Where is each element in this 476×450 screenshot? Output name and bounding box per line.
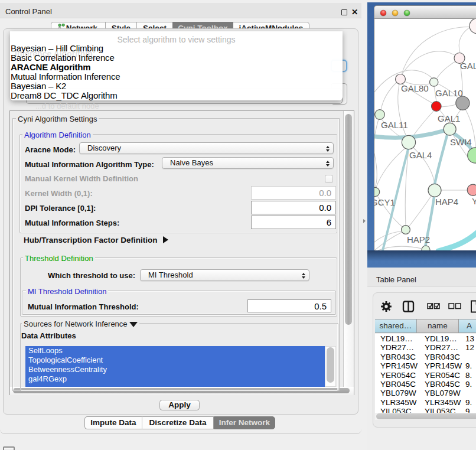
svg-text:GCY1: GCY1 (374, 197, 395, 207)
svg-text:HAP2: HAP2 (407, 234, 430, 244)
svg-text:GAL11: GAL11 (381, 120, 408, 130)
svg-text:GAL4: GAL4 (409, 150, 432, 160)
svg-text:GAL80: GAL80 (401, 83, 429, 93)
svg-text:GAL10: GAL10 (435, 88, 463, 98)
svg-text:SWI4: SWI4 (450, 137, 472, 147)
svg-text:Y: Y (472, 196, 476, 206)
svg-text:HAP4: HAP4 (435, 197, 458, 207)
svg-text:GAL7: GAL7 (460, 61, 476, 71)
svg-text:GAL1: GAL1 (438, 113, 460, 123)
